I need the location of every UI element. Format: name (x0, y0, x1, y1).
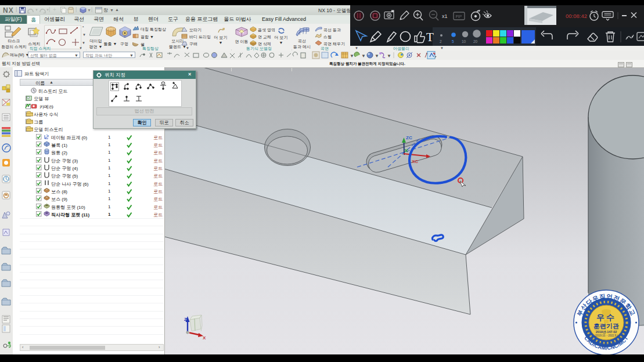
svg-text:▼: ▼ (361, 53, 366, 59)
svg-text:10: 10 (462, 39, 466, 44)
svg-text:ZC: ZC (406, 135, 412, 140)
svg-text:T: T (426, 30, 434, 44)
svg-text:5: 5 (452, 39, 454, 44)
svg-text:▼: ▼ (375, 53, 379, 59)
svg-text:PIP: PIP (456, 15, 462, 19)
svg-text:XC: XC (412, 159, 418, 164)
svg-text:▼: ▼ (350, 53, 354, 59)
svg-text:x1: x1 (442, 13, 448, 19)
svg-text:2019년-147-02: 2019년-147-02 (596, 330, 617, 334)
svg-text:20: 20 (473, 39, 478, 44)
svg-text:X: X (203, 335, 206, 341)
svg-text:Z: Z (184, 317, 187, 322)
svg-text:(2019.10. - 2022.9.): (2019.10. - 2022.9.) (595, 334, 618, 337)
svg-text:00:08:42: 00:08:42 (566, 13, 587, 19)
svg-text:▼: ▼ (387, 53, 391, 59)
svg-text:2: 2 (440, 39, 442, 44)
svg-text:우수: 우수 (596, 313, 616, 322)
svg-text:훈련기관: 훈련기관 (593, 323, 619, 330)
